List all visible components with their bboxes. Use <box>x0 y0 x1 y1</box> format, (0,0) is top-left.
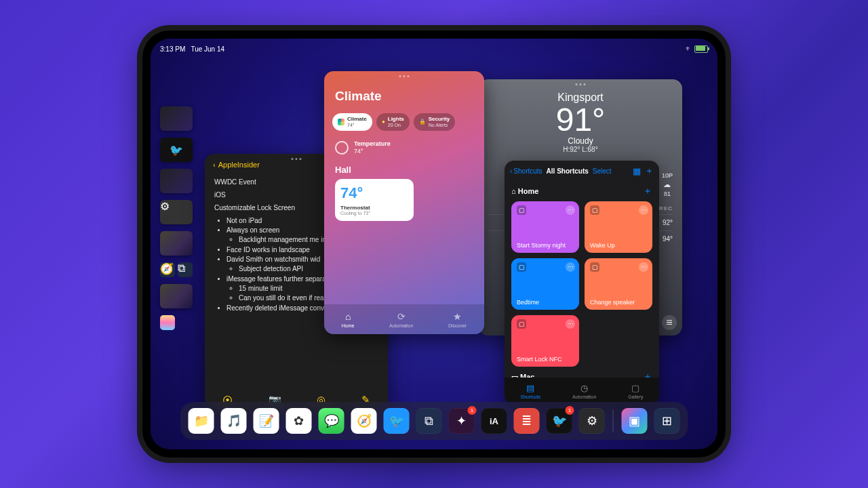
more-icon[interactable]: ⋯ <box>566 262 575 272</box>
status-time: 3:13 PM <box>160 45 185 53</box>
more-icon[interactable]: ⋯ <box>639 262 648 272</box>
dock-app-settings[interactable]: ⚙︎ <box>579 408 605 434</box>
card-label: Start Stormy night <box>517 242 574 249</box>
screen: 3:13 PM Tue Jun 14 ᯤ 🐦 ⚙︎ 🧭 ⧉ <box>151 39 717 449</box>
card-icon: ▢ <box>517 319 526 329</box>
tab-label: Discover <box>448 323 467 328</box>
star-icon: ★ <box>453 311 462 322</box>
room-title: Hall <box>335 165 473 175</box>
chip-sub: No Alerts <box>429 123 450 128</box>
dock-app-notes[interactable]: 📝 <box>254 408 279 434</box>
add-icon[interactable]: ＋ <box>645 165 654 177</box>
stage-thumb-pair[interactable]: 🧭 ⧉ <box>160 262 193 277</box>
wifi-icon: ᯤ <box>686 45 692 52</box>
shortcuts-navbar: ‹Shortcuts All Shortcuts Select ▦ ＋ <box>505 161 659 181</box>
mini-icon: ⧉ <box>178 262 193 277</box>
stage-thumb[interactable] <box>160 169 193 193</box>
temp-value: 74° <box>354 148 363 155</box>
bulb-icon: ● <box>382 119 385 125</box>
stage-thumb[interactable] <box>160 284 193 308</box>
tab-home[interactable]: ⌂Home <box>342 311 355 328</box>
dock-app-music[interactable]: 🎵 <box>221 408 247 434</box>
chip-sub: 20 On <box>388 123 404 128</box>
back-label: Shortcuts <box>513 167 542 175</box>
badge: 1 <box>468 406 477 415</box>
house-icon: ⌂ <box>345 311 351 322</box>
home-window[interactable]: Climate Climate74° ● Lights20 On 🔒 Secur… <box>324 71 484 334</box>
temperature-row[interactable]: Temperature74° <box>324 136 484 159</box>
shortcuts-tabbar: ▤Shortcuts ◷Automation ▢Gallery <box>505 378 659 405</box>
dock-app-todoist[interactable]: ≣ <box>514 408 540 434</box>
shortcut-card[interactable]: ▢⋯Change speaker <box>585 258 652 310</box>
stage-stack[interactable]: 🐦 ⚙︎ 🧭 ⧉ <box>160 106 193 330</box>
card-icon: ▢ <box>590 262 599 272</box>
stack-icon: ▤ <box>526 383 534 393</box>
tab-automation[interactable]: ⟳Automation <box>389 311 413 328</box>
card-label: Smart Lock NFC <box>517 356 574 363</box>
shortcut-card[interactable]: ▢⋯Wake Up <box>585 201 652 253</box>
thermostat-name: Thermostat <box>340 205 408 211</box>
tab-shortcuts[interactable]: ▤Shortcuts <box>520 383 540 399</box>
shortcuts-window[interactable]: ‹Shortcuts All Shortcuts Select ▦ ＋ ⌂ Ho… <box>505 161 659 405</box>
dock-app-messages[interactable]: 💬 <box>319 408 344 434</box>
tab-label: Gallery <box>628 394 643 399</box>
stage-thumb-photos[interactable] <box>160 315 175 330</box>
day-hi: 94° <box>663 235 673 243</box>
tab-gallery[interactable]: ▢Gallery <box>628 383 643 399</box>
shortcut-card[interactable]: ▢⋯Smart Lock NFC <box>511 315 579 367</box>
dock-app-slack[interactable]: ✦1 <box>449 408 475 434</box>
dock-app-twitter[interactable]: 🐦1 <box>547 408 572 434</box>
back-button[interactable]: ‹Shortcuts <box>510 167 542 175</box>
day-hi: 92° <box>663 219 673 226</box>
stage-thumb-settings[interactable]: ⚙︎ <box>160 200 193 224</box>
tab-discover[interactable]: ★Discover <box>448 311 467 328</box>
select-button[interactable]: Select <box>593 167 612 175</box>
more-icon[interactable]: ⋯ <box>566 319 575 329</box>
section-label: Home <box>518 187 539 195</box>
chip-label: Security <box>429 117 450 123</box>
lock-icon: 🔒 <box>419 119 426 125</box>
status-bar: 3:13 PM Tue Jun 14 ᯤ <box>151 39 717 59</box>
tab-automation[interactable]: ◷Automation <box>572 383 596 399</box>
window-dots-icon[interactable] <box>576 83 586 85</box>
dock-app-ia-writer[interactable]: iA <box>481 408 507 434</box>
card-label: Bedtime <box>517 299 574 306</box>
card-icon: ▢ <box>517 262 526 272</box>
shortcut-card[interactable]: ▢⋯Start Stormy night <box>511 201 579 253</box>
dock-app-shortcuts[interactable]: ▣ <box>622 408 648 434</box>
section-home[interactable]: ⌂ Home ＋ <box>505 181 659 201</box>
grid-view-icon[interactable]: ▦ <box>633 166 641 176</box>
chip-lights[interactable]: ● Lights20 On <box>376 113 410 131</box>
stage-thumb-twitter[interactable]: 🐦 <box>160 138 193 162</box>
dock-app-safari[interactable]: 🧭 <box>351 408 377 434</box>
thermostat-tile[interactable]: 74° Thermostat Cooling to 73° <box>335 179 414 221</box>
chevron-left-icon: ‹ <box>510 167 512 175</box>
stage-thumb[interactable] <box>160 106 193 131</box>
hour-cell: 10P ☁︎ 81 <box>662 171 673 199</box>
dock-app-photos[interactable]: ✿ <box>286 408 312 434</box>
shortcut-card[interactable]: ▢⋯Bedtime <box>511 258 579 310</box>
tab-label: Automation <box>572 394 596 399</box>
chip-security[interactable]: 🔒 SecurityNo Alerts <box>414 113 456 131</box>
weather-condition: Cloudy <box>479 136 682 146</box>
window-dots-icon[interactable] <box>292 158 302 160</box>
chip-climate[interactable]: Climate74° <box>332 113 372 131</box>
tab-label: Shortcuts <box>520 394 540 399</box>
dock-app-tweetbot[interactable]: 🐦 <box>384 408 410 434</box>
weather-hilo: H:92° L:68° <box>479 146 682 153</box>
dock-app-stage[interactable]: ⧉ <box>416 408 442 434</box>
add-icon[interactable]: ＋ <box>643 185 652 197</box>
weather-menu-icon[interactable]: ≡ <box>662 315 677 330</box>
more-icon[interactable]: ⋯ <box>566 205 575 215</box>
card-icon: ▢ <box>517 205 526 215</box>
tab-label: Home <box>342 323 355 328</box>
ipad-frame: 3:13 PM Tue Jun 14 ᯤ 🐦 ⚙︎ 🧭 ⧉ <box>142 30 726 458</box>
window-dots-icon[interactable] <box>399 75 410 77</box>
home-title: Climate <box>335 89 473 104</box>
more-icon[interactable]: ⋯ <box>639 205 648 215</box>
dock-app-files[interactable]: 📁 <box>189 408 214 434</box>
dock[interactable]: 📁🎵📝✿💬🧭🐦⧉✦1iA≣🐦1⚙︎▣⊞ <box>180 402 688 440</box>
stage-thumb[interactable] <box>160 231 193 256</box>
dock-app-grid[interactable]: ⊞ <box>654 408 680 434</box>
home-chip-row: Climate74° ● Lights20 On 🔒 SecurityNo Al… <box>324 108 484 136</box>
